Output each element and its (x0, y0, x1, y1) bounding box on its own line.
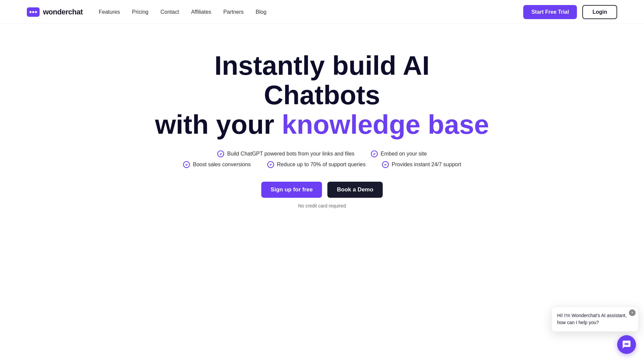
no-credit-card-label: No credit card required (298, 203, 346, 208)
brand-name: wonderchat (43, 8, 83, 16)
feature-item-2: Embed on your site (371, 150, 427, 158)
svg-point-2 (32, 11, 34, 13)
nav-contact[interactable]: Contact (161, 9, 179, 15)
chat-popup: × Hi! I'm Wonderchat's AI assistant, how… (551, 306, 639, 332)
nav-blog[interactable]: Blog (256, 9, 266, 15)
hero-title-line2-plain: with your (155, 110, 282, 139)
signup-button[interactable]: Sign up for free (261, 182, 322, 198)
hero-title-line1: Instantly build AI Chatbots (214, 51, 429, 110)
feature-item-3: Boost sales conversions (183, 161, 251, 168)
start-free-trial-button[interactable]: Start Free Trial (523, 5, 577, 19)
book-demo-button[interactable]: Book a Demo (327, 182, 383, 198)
check-icon-1 (217, 150, 224, 158)
nav-affiliates[interactable]: Affiliates (191, 9, 211, 15)
chat-bubble-button[interactable] (617, 335, 636, 354)
nav-pricing[interactable]: Pricing (132, 9, 149, 15)
hero-section: Instantly build AI Chatbots with your kn… (0, 24, 644, 229)
check-icon-5 (382, 161, 389, 168)
check-icon-3 (183, 161, 190, 168)
feature-item-5: Provides instant 24/7 support (382, 161, 461, 168)
feature-item-1: Build ChatGPT powered bots from your lin… (217, 150, 354, 158)
navbar: wonderchat Features Pricing Contact Affi… (0, 0, 644, 24)
check-icon-2 (371, 150, 378, 158)
svg-point-3 (35, 11, 37, 13)
login-button[interactable]: Login (582, 5, 617, 19)
feature-item-4: Reduce up to 70% of support queries (267, 161, 366, 168)
nav-links: Features Pricing Contact Affiliates Part… (99, 9, 266, 15)
navbar-right: Start Free Trial Login (523, 5, 617, 19)
check-icon-4 (267, 161, 274, 168)
features-row-2: Boost sales conversions Reduce up to 70%… (183, 161, 461, 168)
nav-partners[interactable]: Partners (223, 9, 244, 15)
hero-features: Build ChatGPT powered bots from your lin… (183, 150, 461, 168)
nav-features[interactable]: Features (99, 9, 120, 15)
chat-popup-message: Hi! I'm Wonderchat's AI assistant, how c… (557, 312, 633, 326)
features-row-1: Build ChatGPT powered bots from your lin… (217, 150, 427, 158)
svg-point-1 (30, 11, 32, 13)
hero-cta: Sign up for free Book a Demo (261, 182, 383, 198)
hero-title: Instantly build AI Chatbots with your kn… (154, 51, 490, 139)
hero-title-line2-highlight: knowledge base (282, 110, 489, 139)
logo-link[interactable]: wonderchat (27, 7, 83, 17)
logo-icon (27, 7, 40, 17)
chat-popup-close-button[interactable]: × (629, 309, 636, 316)
chat-bubble-icon (622, 340, 631, 349)
navbar-left: wonderchat Features Pricing Contact Affi… (27, 7, 266, 17)
